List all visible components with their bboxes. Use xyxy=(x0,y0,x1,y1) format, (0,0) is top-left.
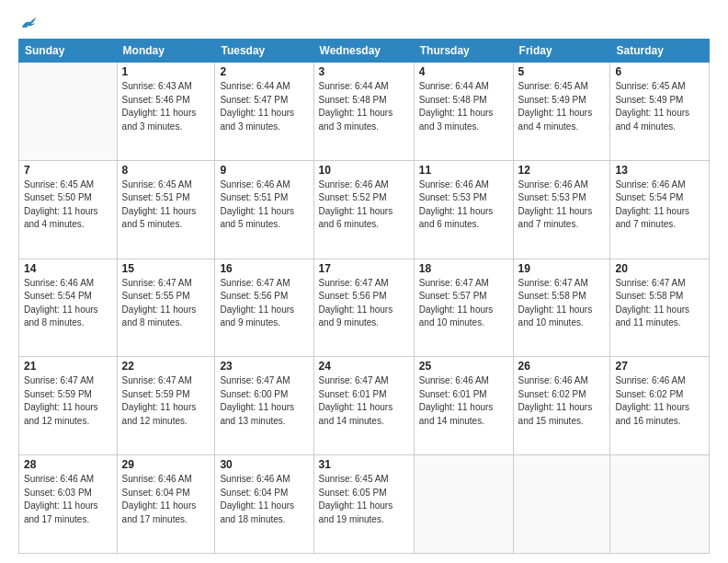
day-info: Sunrise: 6:44 AMSunset: 5:47 PMDaylight:… xyxy=(220,80,308,133)
day-info: Sunrise: 6:47 AMSunset: 5:58 PMDaylight:… xyxy=(615,277,704,330)
calendar-cell: 13Sunrise: 6:46 AMSunset: 5:54 PMDayligh… xyxy=(610,160,710,259)
day-info: Sunrise: 6:46 AMSunset: 5:51 PMDaylight:… xyxy=(220,178,308,232)
header xyxy=(18,15,710,31)
day-info: Sunrise: 6:45 AMSunset: 6:05 PMDaylight:… xyxy=(319,473,409,526)
day-info: Sunrise: 6:46 AMSunset: 6:01 PMDaylight:… xyxy=(419,374,508,428)
weekday-header-thursday: Thursday xyxy=(414,40,513,63)
calendar-week-row: 21Sunrise: 6:47 AMSunset: 5:59 PMDayligh… xyxy=(19,357,710,455)
calendar-cell: 17Sunrise: 6:47 AMSunset: 5:56 PMDayligh… xyxy=(313,259,414,357)
day-info: Sunrise: 6:45 AMSunset: 5:49 PMDaylight:… xyxy=(615,80,704,133)
day-info: Sunrise: 6:47 AMSunset: 6:00 PMDaylight:… xyxy=(220,374,308,428)
weekday-header-sunday: Sunday xyxy=(19,40,118,63)
day-number: 30 xyxy=(220,458,308,471)
calendar-cell: 24Sunrise: 6:47 AMSunset: 6:01 PMDayligh… xyxy=(313,357,414,455)
logo-text xyxy=(18,15,37,31)
calendar-cell: 16Sunrise: 6:47 AMSunset: 5:56 PMDayligh… xyxy=(215,259,313,357)
day-number: 18 xyxy=(419,262,508,275)
day-number: 4 xyxy=(419,65,508,78)
logo-bird-icon xyxy=(20,15,37,31)
day-number: 6 xyxy=(615,65,704,78)
day-info: Sunrise: 6:46 AMSunset: 5:53 PMDaylight:… xyxy=(419,178,508,232)
day-number: 15 xyxy=(122,262,210,275)
calendar-cell: 26Sunrise: 6:46 AMSunset: 6:02 PMDayligh… xyxy=(513,357,610,455)
calendar-cell: 14Sunrise: 6:46 AMSunset: 5:54 PMDayligh… xyxy=(19,259,118,357)
calendar-table: SundayMondayTuesdayWednesdayThursdayFrid… xyxy=(18,39,710,554)
page: SundayMondayTuesdayWednesdayThursdayFrid… xyxy=(0,0,728,563)
day-number: 27 xyxy=(615,360,704,373)
day-number: 26 xyxy=(518,360,606,373)
day-number: 7 xyxy=(24,164,112,177)
day-number: 24 xyxy=(319,360,409,373)
day-info: Sunrise: 6:45 AMSunset: 5:50 PMDaylight:… xyxy=(24,178,112,232)
calendar-week-row: 28Sunrise: 6:46 AMSunset: 6:03 PMDayligh… xyxy=(19,455,710,554)
calendar-cell: 20Sunrise: 6:47 AMSunset: 5:58 PMDayligh… xyxy=(610,259,710,357)
day-number: 8 xyxy=(122,164,210,177)
day-info: Sunrise: 6:45 AMSunset: 5:49 PMDaylight:… xyxy=(518,80,606,133)
day-number: 19 xyxy=(518,262,606,275)
logo xyxy=(18,15,37,31)
day-number: 31 xyxy=(319,458,409,471)
day-number: 17 xyxy=(319,262,409,275)
calendar-cell: 30Sunrise: 6:46 AMSunset: 6:04 PMDayligh… xyxy=(215,455,313,554)
calendar-cell: 7Sunrise: 6:45 AMSunset: 5:50 PMDaylight… xyxy=(19,160,118,259)
calendar-cell: 2Sunrise: 6:44 AMSunset: 5:47 PMDaylight… xyxy=(215,63,313,161)
weekday-header-row: SundayMondayTuesdayWednesdayThursdayFrid… xyxy=(19,40,710,63)
day-info: Sunrise: 6:46 AMSunset: 6:02 PMDaylight:… xyxy=(615,374,704,428)
day-info: Sunrise: 6:44 AMSunset: 5:48 PMDaylight:… xyxy=(419,80,508,133)
calendar-cell: 18Sunrise: 6:47 AMSunset: 5:57 PMDayligh… xyxy=(414,259,513,357)
calendar-cell: 10Sunrise: 6:46 AMSunset: 5:52 PMDayligh… xyxy=(313,160,414,259)
calendar-cell xyxy=(610,455,710,554)
calendar-cell: 1Sunrise: 6:43 AMSunset: 5:46 PMDaylight… xyxy=(117,63,215,161)
calendar-cell xyxy=(19,63,118,161)
day-info: Sunrise: 6:47 AMSunset: 5:55 PMDaylight:… xyxy=(122,277,210,330)
calendar-cell: 8Sunrise: 6:45 AMSunset: 5:51 PMDaylight… xyxy=(117,160,215,259)
day-number: 11 xyxy=(419,164,508,177)
calendar-cell: 23Sunrise: 6:47 AMSunset: 6:00 PMDayligh… xyxy=(215,357,313,455)
calendar-cell xyxy=(414,455,513,554)
day-info: Sunrise: 6:46 AMSunset: 6:04 PMDaylight:… xyxy=(220,473,308,526)
calendar-week-row: 1Sunrise: 6:43 AMSunset: 5:46 PMDaylight… xyxy=(19,63,710,161)
day-number: 12 xyxy=(518,164,606,177)
day-info: Sunrise: 6:47 AMSunset: 5:56 PMDaylight:… xyxy=(220,277,308,330)
calendar-cell: 31Sunrise: 6:45 AMSunset: 6:05 PMDayligh… xyxy=(313,455,414,554)
day-info: Sunrise: 6:47 AMSunset: 5:59 PMDaylight:… xyxy=(24,374,112,428)
calendar-cell: 3Sunrise: 6:44 AMSunset: 5:48 PMDaylight… xyxy=(313,63,414,161)
calendar-cell: 11Sunrise: 6:46 AMSunset: 5:53 PMDayligh… xyxy=(414,160,513,259)
weekday-header-saturday: Saturday xyxy=(610,40,710,63)
calendar-cell: 15Sunrise: 6:47 AMSunset: 5:55 PMDayligh… xyxy=(117,259,215,357)
calendar-cell: 22Sunrise: 6:47 AMSunset: 5:59 PMDayligh… xyxy=(117,357,215,455)
day-number: 10 xyxy=(319,164,409,177)
day-info: Sunrise: 6:45 AMSunset: 5:51 PMDaylight:… xyxy=(122,178,210,232)
day-info: Sunrise: 6:46 AMSunset: 6:02 PMDaylight:… xyxy=(518,374,606,428)
day-number: 16 xyxy=(220,262,308,275)
day-number: 9 xyxy=(220,164,308,177)
day-number: 20 xyxy=(615,262,704,275)
day-number: 13 xyxy=(615,164,704,177)
calendar-cell: 12Sunrise: 6:46 AMSunset: 5:53 PMDayligh… xyxy=(513,160,610,259)
weekday-header-tuesday: Tuesday xyxy=(215,40,313,63)
calendar-cell: 4Sunrise: 6:44 AMSunset: 5:48 PMDaylight… xyxy=(414,63,513,161)
calendar-cell: 5Sunrise: 6:45 AMSunset: 5:49 PMDaylight… xyxy=(513,63,610,161)
day-info: Sunrise: 6:44 AMSunset: 5:48 PMDaylight:… xyxy=(319,80,409,133)
day-info: Sunrise: 6:46 AMSunset: 6:03 PMDaylight:… xyxy=(24,473,112,526)
day-number: 28 xyxy=(24,458,112,471)
day-info: Sunrise: 6:47 AMSunset: 5:57 PMDaylight:… xyxy=(419,277,508,330)
day-number: 2 xyxy=(220,65,308,78)
calendar-cell: 21Sunrise: 6:47 AMSunset: 5:59 PMDayligh… xyxy=(19,357,118,455)
day-info: Sunrise: 6:47 AMSunset: 5:56 PMDaylight:… xyxy=(319,277,409,330)
day-info: Sunrise: 6:46 AMSunset: 6:04 PMDaylight:… xyxy=(122,473,210,526)
calendar-cell: 29Sunrise: 6:46 AMSunset: 6:04 PMDayligh… xyxy=(117,455,215,554)
day-info: Sunrise: 6:47 AMSunset: 5:58 PMDaylight:… xyxy=(518,277,606,330)
weekday-header-wednesday: Wednesday xyxy=(313,40,414,63)
day-number: 3 xyxy=(319,65,409,78)
day-info: Sunrise: 6:46 AMSunset: 5:54 PMDaylight:… xyxy=(24,277,112,330)
day-info: Sunrise: 6:43 AMSunset: 5:46 PMDaylight:… xyxy=(122,80,210,133)
day-number: 5 xyxy=(518,65,606,78)
day-info: Sunrise: 6:46 AMSunset: 5:53 PMDaylight:… xyxy=(518,178,606,232)
day-number: 23 xyxy=(220,360,308,373)
day-info: Sunrise: 6:46 AMSunset: 5:52 PMDaylight:… xyxy=(319,178,409,232)
day-number: 21 xyxy=(24,360,112,373)
day-number: 29 xyxy=(122,458,210,471)
day-info: Sunrise: 6:46 AMSunset: 5:54 PMDaylight:… xyxy=(615,178,704,232)
calendar-week-row: 7Sunrise: 6:45 AMSunset: 5:50 PMDaylight… xyxy=(19,160,710,259)
